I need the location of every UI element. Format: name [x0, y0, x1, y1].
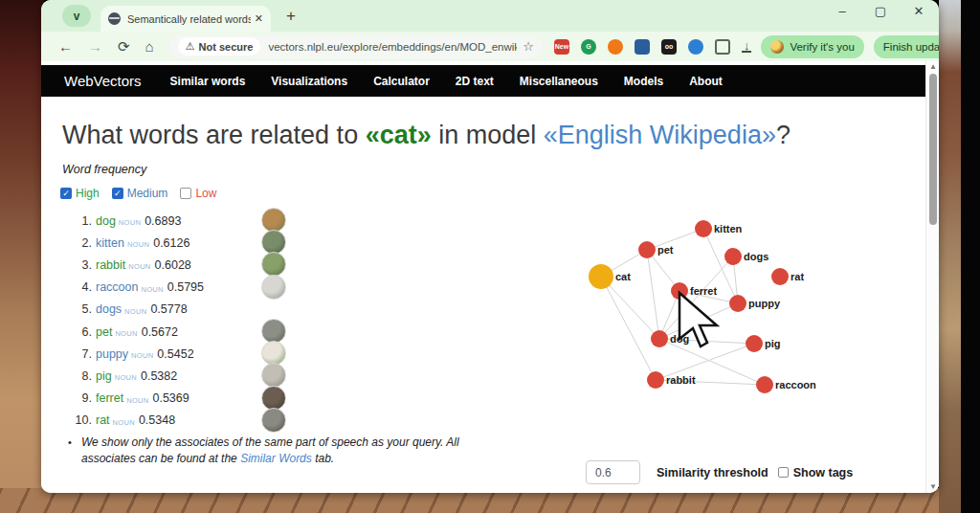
blue-circle-extension-icon[interactable]	[688, 39, 703, 55]
graph-node-pig[interactable]	[746, 335, 763, 352]
tab-close-icon[interactable]: ✕	[255, 12, 263, 25]
similarity-score: 0.5672	[142, 325, 178, 339]
result-rank: 8.	[67, 369, 92, 383]
graph-edge-cat-rabbit	[601, 277, 656, 380]
result-word-link[interactable]: dog	[96, 214, 116, 228]
frequency-option-high[interactable]: ✓High	[60, 187, 100, 200]
graph-node-puppy[interactable]	[729, 295, 746, 312]
graph-node-dogs[interactable]	[724, 248, 742, 265]
result-word-link[interactable]: rabbit	[96, 258, 125, 272]
nav-item-2d-text[interactable]: 2D text	[456, 75, 494, 88]
nav-item-miscellaneous[interactable]: Miscellaneous	[520, 75, 598, 88]
checkbox-high[interactable]: ✓	[60, 188, 72, 199]
nav-item-models[interactable]: Models	[624, 75, 663, 88]
nav-items: Similar wordsVisualizationsCalculator2D …	[170, 75, 748, 88]
result-word-link[interactable]: pig	[96, 369, 112, 383]
similarity-score: 0.6028	[155, 258, 191, 272]
result-word-link[interactable]: puppy	[96, 347, 128, 361]
similarity-threshold-input[interactable]	[586, 460, 640, 484]
pos-tag: NOUN	[126, 396, 148, 405]
similarity-threshold-label: Similarity threshold	[657, 466, 768, 480]
home-icon[interactable]: ⌂	[145, 38, 154, 55]
desktop-background-right	[939, 0, 961, 513]
extensions-row: NewGoo	[554, 39, 730, 55]
pos-tag: NOUN	[113, 418, 135, 427]
nav-item-about[interactable]: About	[689, 75, 723, 88]
pos-tag: NOUN	[119, 218, 141, 227]
pos-tag: NOUN	[141, 285, 163, 294]
browser-tab[interactable]: Semantically related words for ✕	[100, 6, 271, 32]
finish-update-button[interactable]: Finish update ⋮	[874, 35, 939, 58]
footnote: •We show only the associates of the same…	[81, 435, 483, 468]
result-thumbnail	[261, 408, 286, 433]
similar-words-link[interactable]: Similar Words	[240, 452, 312, 465]
frequency-option-medium[interactable]: ✓Medium	[112, 187, 168, 200]
minimize-button[interactable]: –	[835, 4, 849, 18]
maximize-button[interactable]: ▢	[874, 4, 887, 18]
url-text[interactable]: vectors.nlpl.eu/explore/embeddings/en/MO…	[268, 41, 517, 53]
result-word-link[interactable]: dogs	[96, 302, 122, 316]
result-row-kitten: 2.kittenNOUN0.6126	[67, 232, 204, 254]
new-badge-extension-icon[interactable]: New	[554, 39, 569, 55]
graph-controls: Similarity threshold Show tags	[586, 460, 853, 484]
checkbox-low[interactable]	[180, 188, 191, 199]
similarity-score: 0.5778	[150, 302, 187, 316]
result-word-link[interactable]: raccoon	[96, 280, 138, 294]
verify-its-you-button[interactable]: Verify it's you	[761, 35, 863, 58]
bullet-icon: •	[68, 435, 72, 451]
graph-node-rabbit[interactable]	[647, 371, 664, 389]
graph-node-pet[interactable]	[638, 241, 656, 258]
graph-label-rabbit: rabbit	[666, 374, 696, 386]
page-title: What words are related to «cat» in model…	[62, 121, 791, 150]
orange-extension-icon[interactable]	[608, 39, 623, 55]
graph-node-kitten[interactable]	[695, 220, 712, 237]
result-word-link[interactable]: rat	[96, 413, 110, 427]
tab-search-chevron-button[interactable]: v	[62, 5, 91, 27]
result-word-link[interactable]: ferret	[96, 391, 123, 405]
result-rank: 2.	[67, 236, 92, 250]
graph-node-cat[interactable]	[589, 264, 613, 289]
webvectors-brand[interactable]: WebVectors	[64, 73, 142, 89]
panda-extension-icon[interactable]: oo	[661, 39, 677, 55]
bookmark-star-icon[interactable]: ☆	[523, 39, 534, 54]
show-tags-checkbox[interactable]	[778, 467, 789, 478]
new-tab-button[interactable]: +	[286, 7, 296, 26]
page-scrollbar[interactable]: ▲ ▼	[925, 61, 939, 493]
result-row-dogs: 5.dogsNOUN0.5778	[67, 299, 204, 321]
forward-icon[interactable]: →	[88, 38, 102, 55]
nav-item-similar-words[interactable]: Similar words	[170, 75, 246, 88]
graph-edge-pet-kitten	[647, 229, 703, 250]
nav-item-calculator[interactable]: Calculator	[373, 75, 430, 88]
graph-node-dog[interactable]	[651, 330, 668, 347]
pos-tag: NOUN	[131, 351, 153, 360]
graph-label-cat: cat	[615, 271, 631, 282]
graph-edge-cat-dog	[601, 277, 659, 339]
not-secure-chip[interactable]: ⚠Not secure	[178, 37, 261, 56]
download-icon[interactable]: ↓	[742, 40, 752, 53]
close-button[interactable]: ✕	[912, 4, 925, 18]
back-icon[interactable]: ←	[58, 38, 73, 55]
graph-node-raccoon[interactable]	[756, 376, 773, 393]
model-link[interactable]: «English Wikipedia»	[544, 121, 776, 149]
puzzle-extensions-icon[interactable]	[715, 39, 730, 55]
graph-node-rat[interactable]	[771, 268, 789, 285]
green-extension-icon[interactable]: G	[581, 39, 596, 55]
checkbox-medium[interactable]: ✓	[112, 188, 123, 199]
similarity-graph[interactable]: catpetkittendogsratferretpuppydogpigrabb…	[574, 211, 842, 409]
scrollbar-thumb[interactable]	[929, 74, 937, 225]
result-word-link[interactable]: pet	[96, 325, 112, 339]
result-row-dog: 1.dogNOUN0.6893	[67, 210, 204, 232]
nav-item-visualizations[interactable]: Visualizations	[271, 75, 347, 88]
blue-square-extension-icon[interactable]	[635, 39, 650, 55]
address-bar[interactable]: ⚠Not secure vectors.nlpl.eu/explore/embe…	[169, 35, 543, 58]
frequency-option-low[interactable]: Low	[180, 187, 216, 200]
result-word-link[interactable]: kitten	[96, 236, 124, 250]
profile-avatar	[770, 40, 784, 54]
graph-label-pig: pig	[765, 338, 781, 349]
result-row-raccoon: 4.raccoonNOUN0.5795	[67, 277, 204, 299]
pos-tag: NOUN	[128, 262, 150, 271]
reload-icon[interactable]: ⟳	[118, 38, 130, 56]
scroll-up-icon[interactable]: ▲	[926, 61, 939, 73]
similarity-score: 0.5382	[141, 369, 177, 383]
frequency-filters: ✓High✓MediumLow	[60, 187, 216, 200]
